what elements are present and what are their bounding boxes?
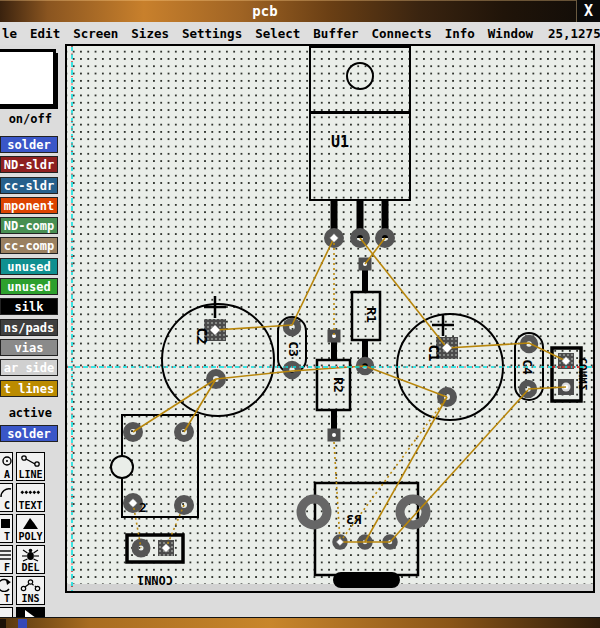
layer-toggle-silk[interactable]: silk (0, 298, 58, 315)
pcb-application-window: pcb X le Edit Screen Sizes Settings Sele… (0, 0, 600, 628)
menu-item-screen[interactable]: Screen (73, 26, 118, 41)
layer-toggle-vcc-comp[interactable]: cc-comp (0, 237, 58, 254)
tool-arc-button[interactable]: C (0, 483, 13, 512)
layer-toggle-pins-pads[interactable]: ns/pads (0, 319, 58, 336)
window-title: pcb (0, 0, 530, 22)
arc-icon (0, 485, 10, 500)
layer-toggle-unused-2[interactable]: unused (0, 278, 58, 295)
c2-label: C2 (194, 328, 210, 345)
menu-item-buffer[interactable]: Buffer (313, 26, 358, 41)
u2-notch (111, 456, 133, 478)
menu-item-connects[interactable]: Connects (372, 26, 432, 41)
c2-plus-mark (204, 296, 226, 318)
c3-pin1[interactable] (286, 321, 298, 333)
component-r2[interactable]: R2 (317, 330, 350, 442)
layer-toggle-rat-lines[interactable]: t lines (0, 380, 58, 397)
insert-point-icon (17, 578, 44, 593)
tool-rot-button[interactable]: T (0, 576, 13, 605)
tool-rect-button[interactable]: T (0, 514, 13, 543)
conn1-label: CONN1 (137, 573, 173, 587)
r1-label: R1 (364, 307, 379, 323)
component-conn1[interactable]: CONN1 (127, 535, 183, 587)
menu-bar: le Edit Screen Sizes Settings Select Buf… (0, 22, 600, 45)
pcb-drawing: U1 C2 C3 R2 (67, 46, 593, 591)
buffer-icon (0, 547, 10, 562)
rotate-icon (0, 578, 10, 593)
tool-text-button[interactable]: TEXT (16, 483, 45, 512)
menu-item-window[interactable]: Window (488, 26, 533, 41)
r3-mount-hole-right (400, 499, 426, 525)
window-corner-dark (0, 619, 6, 628)
close-button[interactable]: X (576, 0, 600, 22)
c3-label: C3 (286, 341, 301, 357)
c1-label: C1 (426, 345, 442, 362)
r3-label: R3 (346, 512, 362, 527)
r3-shaft-mark (333, 572, 400, 588)
layer-toggle-far-side[interactable]: ar side (0, 359, 58, 376)
onoff-label: on/off (0, 112, 52, 126)
layer-toggle-list: solder ND-sldr cc-sldr mponent ND-comp c… (0, 136, 58, 400)
window-bottom-border[interactable] (0, 617, 600, 628)
menu-item-info[interactable]: Info (445, 26, 475, 41)
bug-delete-icon (17, 547, 44, 562)
component-conn2[interactable]: CONN2 (552, 348, 590, 401)
menu-item-sizes[interactable]: Sizes (131, 26, 169, 41)
tool-del-button[interactable]: DEL (16, 545, 45, 574)
menu-item-select[interactable]: Select (255, 26, 300, 41)
conn2-label: CONN2 (577, 357, 590, 390)
component-c2[interactable]: C2 (162, 296, 274, 416)
component-r1[interactable]: R1 (352, 258, 380, 373)
cursor-position-readout: 25,1275 (548, 26, 600, 41)
tool-via-button[interactable]: A (0, 452, 13, 481)
menu-item-file[interactable]: le (2, 26, 17, 41)
u2-label: 2 (139, 500, 147, 515)
tool-poly-button[interactable]: POLY (16, 514, 45, 543)
layer-toggle-vias[interactable]: vias (0, 339, 58, 356)
tool-buf-button[interactable]: F (0, 545, 13, 574)
layer-toggle-gnd-comp[interactable]: ND-comp (0, 217, 58, 234)
active-layer-button[interactable]: solder (0, 425, 58, 442)
layer-toggle-vcc-sldr[interactable]: cc-sldr (0, 177, 58, 194)
layer-preview-box (0, 49, 56, 107)
layer-toggle-gnd-sldr[interactable]: ND-sldr (0, 156, 58, 173)
menu-item-edit[interactable]: Edit (30, 26, 60, 41)
layer-toggle-component[interactable]: mponent (0, 197, 58, 214)
polygon-icon (17, 516, 44, 531)
active-layer-label: active (0, 406, 52, 420)
tool-ins-button[interactable]: INS (16, 576, 45, 605)
window-resize-grip[interactable] (18, 619, 27, 628)
r2-label: R2 (331, 377, 346, 393)
layer-toggle-unused-1[interactable]: unused (0, 258, 58, 275)
via-icon (0, 454, 10, 469)
tool-line-button[interactable]: LINE (16, 452, 45, 481)
title-bar[interactable]: pcb X (0, 0, 600, 22)
component-r3[interactable]: R3 (301, 483, 426, 588)
line-icon (17, 454, 44, 469)
menu-item-settings[interactable]: Settings (182, 26, 242, 41)
layer-toggle-solder[interactable]: solder (0, 136, 58, 153)
pcb-layout-canvas[interactable]: U1 C2 C3 R2 (65, 44, 595, 593)
component-u1[interactable]: U1 (310, 47, 410, 245)
text-icon (17, 485, 44, 500)
u1-label: U1 (331, 133, 349, 151)
u1-mounting-hole (347, 63, 373, 89)
rect-icon (0, 516, 10, 531)
